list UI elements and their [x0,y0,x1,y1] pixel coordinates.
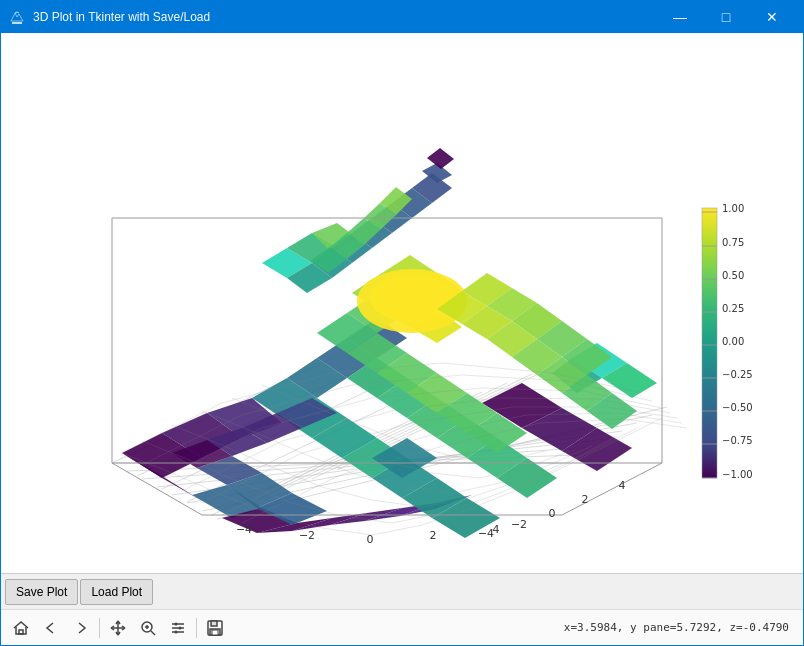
svg-point-153 [179,626,182,629]
plot-area[interactable]: −4 −2 0 2 4 4 2 0 −2 −4 1. [1,33,803,573]
home-button[interactable] [7,614,35,642]
svg-rect-157 [212,630,218,635]
svg-text:−2: −2 [511,518,527,531]
minimize-button[interactable]: — [657,1,703,33]
window-title: 3D Plot in Tkinter with Save/Load [33,10,657,24]
svg-text:0.50: 0.50 [722,270,744,281]
svg-rect-142 [19,630,23,634]
svg-line-146 [151,631,155,635]
toolbar: x=3.5984, y pane=5.7292, z=-0.4790 [1,609,803,645]
titlebar: 3D Plot in Tkinter with Save/Load — □ ✕ [1,1,803,33]
configure-button[interactable] [164,614,192,642]
toolbar-status: x=3.5984, y pane=5.7292, z=-0.4790 [564,621,797,634]
app-window: 3D Plot in Tkinter with Save/Load — □ ✕ [0,0,804,646]
svg-point-152 [175,622,178,625]
close-button[interactable]: ✕ [749,1,795,33]
svg-rect-123 [702,208,717,478]
forward-button[interactable] [67,614,95,642]
svg-text:−1.00: −1.00 [722,469,753,480]
svg-point-63 [382,277,442,313]
svg-text:−0.50: −0.50 [722,402,753,413]
window-controls: — □ ✕ [657,1,795,33]
svg-text:−4: −4 [478,527,494,540]
svg-text:0.75: 0.75 [722,237,744,248]
save-figure-button[interactable] [201,614,229,642]
svg-text:2: 2 [582,493,589,506]
svg-text:0.25: 0.25 [722,303,744,314]
maximize-button[interactable]: □ [703,1,749,33]
save-plot-button[interactable]: Save Plot [5,579,78,605]
svg-text:−4: −4 [236,523,252,536]
toolbar-divider-2 [196,618,197,638]
button-bar: Save Plot Load Plot [1,573,803,609]
svg-text:0.00: 0.00 [722,336,744,347]
main-content: −4 −2 0 2 4 4 2 0 −2 −4 1. [1,33,803,645]
pan-button[interactable] [104,614,132,642]
app-icon [9,9,25,25]
load-plot-button[interactable]: Load Plot [80,579,153,605]
svg-text:2: 2 [430,529,437,542]
3d-plot-svg: −4 −2 0 2 4 4 2 0 −2 −4 1. [22,63,782,543]
zoom-button[interactable] [134,614,162,642]
svg-rect-156 [211,621,217,626]
svg-text:1.00: 1.00 [722,203,744,214]
svg-text:−0.25: −0.25 [722,369,753,380]
svg-text:0: 0 [367,533,374,543]
svg-text:−0.75: −0.75 [722,435,753,446]
svg-point-154 [175,630,178,633]
svg-text:4: 4 [619,479,626,492]
svg-text:−2: −2 [299,529,315,542]
svg-text:0: 0 [549,507,556,520]
back-button[interactable] [37,614,65,642]
toolbar-divider-1 [99,618,100,638]
